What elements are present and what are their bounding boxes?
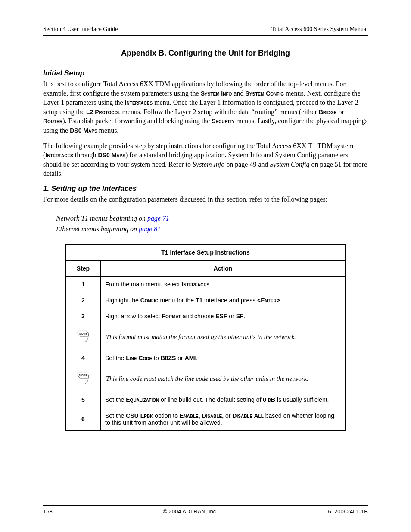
note-row-2: NOTE This line code must match the line …	[66, 366, 346, 392]
header-right: Total Access 600 Series System Manual	[271, 26, 368, 33]
sc-interfaces: Interfaces	[125, 99, 153, 106]
footer-page-number: 158	[43, 508, 53, 515]
ref-system-info: System Info	[193, 161, 224, 168]
action-5: Set the Equalization or line build out. …	[101, 392, 346, 408]
action-3: Right arrow to select Format and choose …	[101, 308, 346, 324]
header-left: Section 4 User Interface Guide	[43, 26, 118, 33]
link-page-81[interactable]: page 81	[139, 225, 161, 233]
ref-system-config: System Config	[270, 161, 310, 168]
reference-list: Network T1 menus beginning on page 71 Et…	[56, 213, 368, 235]
footer-doc-number: 61200624L1-1B	[328, 508, 368, 515]
action-2: Highlight the Config menu for the T1 int…	[101, 292, 346, 308]
sc-ds0-maps-2: DS0 Maps	[98, 152, 125, 159]
step-1: 1	[66, 276, 101, 292]
table-row: 3 Right arrow to select Format and choos…	[66, 308, 346, 324]
t1-setup-table: T1 Interface Setup Instructions Step Act…	[65, 244, 346, 431]
step-6: 6	[66, 408, 101, 430]
page: Section 4 User Interface Guide Total Acc…	[0, 0, 411, 532]
table-header-row: Step Action	[66, 260, 346, 276]
action-4: Set the Line Code to B8ZS or AMI.	[101, 350, 346, 366]
table-row: 4 Set the Line Code to B8ZS or AMI.	[66, 350, 346, 366]
table-row: 1 From the main menu, select Interfaces.	[66, 276, 346, 292]
table-title: T1 Interface Setup Instructions	[66, 244, 346, 260]
col-step: Step	[66, 260, 101, 276]
sc-security: Security	[212, 118, 234, 124]
note-text-2: This line code must match the line code …	[101, 366, 346, 392]
note-icon: NOTE	[75, 370, 91, 386]
table-title-row: T1 Interface Setup Instructions	[66, 244, 346, 260]
svg-text:NOTE: NOTE	[79, 332, 87, 336]
sc-ds0-maps: DS0 Maps	[70, 127, 97, 134]
action-1: From the main menu, select Interfaces.	[101, 276, 346, 292]
step-4: 4	[66, 350, 101, 366]
sc-system-info: System Info	[201, 90, 232, 97]
sc-interfaces-2: Interfaces	[45, 152, 73, 159]
paragraph-1: It is best to configure Total Access 6XX…	[43, 79, 368, 135]
note-icon: NOTE	[75, 329, 91, 344]
ref-item-2: Ethernet menus beginning on page 81	[56, 224, 368, 235]
note-icon-cell: NOTE	[66, 366, 101, 392]
svg-text:NOTE: NOTE	[79, 373, 87, 377]
note-icon-cell: NOTE	[66, 324, 101, 350]
page-footer: 158 © 2004 ADTRAN, Inc. 61200624L1-1B	[43, 505, 368, 515]
heading-setting-interfaces: 1. Setting up the Interfaces	[43, 184, 368, 193]
ref-item-1: Network T1 menus beginning on page 71	[56, 213, 368, 224]
note-text-1: This format must match the format used b…	[101, 324, 346, 350]
paragraph-2: The following example provides step by s…	[43, 141, 368, 178]
col-action: Action	[101, 260, 346, 276]
link-page-71[interactable]: page 71	[147, 215, 169, 222]
sc-system-config: System Config	[245, 90, 283, 97]
step-2: 2	[66, 292, 101, 308]
sc-router: Router	[43, 118, 62, 124]
note-row-1: NOTE This format must match the format u…	[66, 324, 346, 350]
step-5: 5	[66, 392, 101, 408]
action-6: Set the CSU Lpbk option to Enable, Disab…	[101, 408, 346, 430]
table-row: 2 Highlight the Config menu for the T1 i…	[66, 292, 346, 308]
step-3: 3	[66, 308, 101, 324]
sc-bridge: Bridge	[319, 109, 337, 115]
sc-l2-protocol: L2 Protocol	[86, 109, 120, 115]
appendix-title: Appendix B. Configuring the Unit for Bri…	[43, 49, 368, 58]
table-row: 6 Set the CSU Lpbk option to Enable, Dis…	[66, 408, 346, 430]
table-row: 5 Set the Equalization or line build out…	[66, 392, 346, 408]
paragraph-3: For more details on the configuration pa…	[43, 195, 368, 204]
footer-copyright: © 2004 ADTRAN, Inc.	[163, 508, 218, 515]
running-header: Section 4 User Interface Guide Total Acc…	[43, 26, 368, 36]
heading-initial-setup: Initial Setup	[43, 69, 368, 78]
